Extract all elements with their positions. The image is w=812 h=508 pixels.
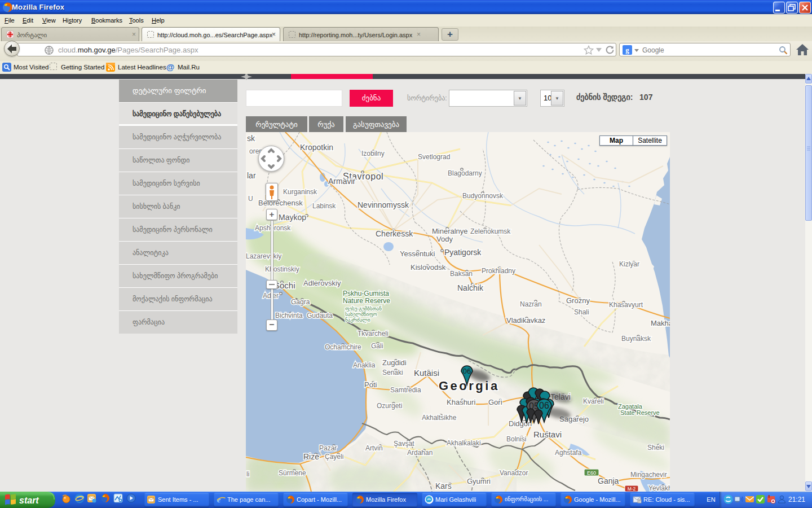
svg-text:Makha: Makha: [651, 319, 670, 327]
svg-text:Labinsk: Labinsk: [312, 202, 336, 210]
svg-text:Cherkessk: Cherkessk: [376, 229, 413, 238]
svg-text:Blagodarny: Blagodarny: [448, 169, 482, 177]
svg-text:Anaklia: Anaklia: [353, 361, 376, 369]
svg-text:06: 06: [539, 401, 549, 410]
svg-text:Nazran: Nazran: [520, 300, 542, 308]
svg-text:Grozny: Grozny: [566, 296, 590, 305]
svg-text:Bolnisi: Bolnisi: [506, 435, 526, 443]
svg-text:E60: E60: [587, 470, 596, 476]
svg-text:Shali: Shali: [574, 308, 589, 316]
svg-text:U: U: [248, 195, 253, 203]
svg-text:Adlerovskiy: Adlerovskiy: [303, 279, 341, 287]
svg-text:Svetlograd: Svetlograd: [418, 153, 450, 161]
svg-text:Khasavyurt: Khasavyurt: [609, 301, 643, 309]
svg-text:Armavir: Armavir: [328, 177, 356, 186]
svg-text:Mingachevir: Mingachevir: [630, 471, 667, 479]
svg-text:Vladikavkaz: Vladikavkaz: [506, 316, 545, 325]
svg-text:Aghstafa: Aghstafa: [555, 449, 582, 457]
svg-text:Kizlyar: Kizlyar: [619, 260, 639, 268]
svg-text:Mineralnye: Mineralnye: [432, 227, 468, 235]
svg-text:Sheki: Sheki: [647, 444, 664, 452]
svg-text:Belorechensk: Belorechensk: [258, 199, 303, 207]
svg-text:start: start: [19, 496, 39, 505]
svg-text:Pskhu-Gumista: Pskhu-Gumista: [343, 290, 389, 297]
svg-text:Kurganinsk: Kurganinsk: [283, 188, 317, 196]
svg-text:Zugdidi: Zugdidi: [382, 358, 407, 367]
svg-text:Ochamchire: Ochamchire: [325, 343, 361, 351]
svg-text:State Reserve: State Reserve: [620, 409, 660, 416]
svg-text:Vanadzor: Vanadzor: [500, 469, 528, 477]
svg-text:Ozurgeti: Ozurgeti: [377, 402, 402, 410]
svg-text:Didgori: Didgori: [509, 419, 532, 428]
svg-text:Kropotkin: Kropotkin: [300, 143, 333, 152]
svg-text:Poti: Poti: [364, 380, 377, 389]
svg-text:Tkvarcheli: Tkvarcheli: [358, 330, 389, 338]
svg-text:Gali: Gali: [371, 342, 383, 350]
svg-text:Nevinnomyssk: Nevinnomyssk: [358, 200, 409, 209]
svg-text:Khashuri: Khashuri: [447, 398, 475, 406]
svg-text:Nature Reserve: Nature Reserve: [343, 297, 390, 305]
svg-text:Artvin: Artvin: [365, 444, 383, 452]
svg-text:Buynaksk: Buynaksk: [621, 335, 651, 343]
svg-text:Zelenokumsk: Zelenokumsk: [470, 227, 511, 235]
svg-text:Kvareli: Kvareli: [583, 397, 604, 405]
svg-text:Vody: Vody: [436, 235, 453, 243]
svg-text:Baksan: Baksan: [450, 270, 473, 278]
svg-text:Gagra: Gagra: [291, 298, 310, 306]
svg-text:Çayeli: Çayeli: [325, 453, 343, 461]
svg-text:Ganja: Ganja: [598, 476, 619, 485]
svg-text:lar: lar: [247, 171, 256, 180]
svg-text:ნაკრძალი: ნაკრძალი: [345, 317, 370, 323]
svg-text:Gyumri: Gyumri: [467, 477, 491, 485]
svg-text:g: g: [625, 46, 629, 54]
svg-text:Maykop: Maykop: [279, 213, 306, 222]
svg-text:Lazarevskiy: Lazarevskiy: [246, 252, 281, 260]
svg-text:Samtredia: Samtredia: [390, 386, 421, 394]
svg-text:Pyatigorsk: Pyatigorsk: [444, 248, 482, 257]
svg-text:Şavşat: Şavşat: [394, 440, 414, 448]
svg-text:Yevlakh: Yevlakh: [648, 484, 670, 492]
svg-text:Senaki: Senaki: [382, 369, 403, 376]
svg-text:Gori: Gori: [488, 398, 502, 406]
svg-text:M-2: M-2: [628, 486, 636, 492]
svg-text:Budyonnovsk: Budyonnovsk: [462, 192, 504, 200]
svg-text:Kislovodsk: Kislovodsk: [411, 263, 446, 271]
svg-text:ფესუ-გუმბსთან: ფესუ-გუმბსთან: [345, 306, 382, 312]
svg-text:Kars: Kars: [435, 481, 452, 491]
svg-text:li: li: [246, 470, 249, 478]
svg-text:Akhalkalaki: Akhalkalaki: [447, 439, 481, 447]
svg-text:Prokhladny: Prokhladny: [482, 267, 515, 275]
svg-text:Nalchik: Nalchik: [457, 283, 484, 292]
svg-text:Kutaisi: Kutaisi: [414, 368, 439, 378]
svg-text:@: @: [166, 63, 175, 72]
svg-text:Pazar: Pazar: [319, 444, 337, 452]
svg-text:Sürmene: Sürmene: [279, 469, 306, 477]
svg-text:Bichvinta: Bichvinta: [275, 312, 303, 319]
svg-text:sk: sk: [247, 134, 255, 143]
svg-text:Izobilny: Izobilny: [361, 150, 385, 157]
svg-text:Rize: Rize: [303, 452, 319, 461]
svg-text:Akhaltsikhe: Akhaltsikhe: [422, 414, 457, 422]
svg-text:Rustavi: Rustavi: [533, 430, 562, 439]
svg-text:სახელმწიფო: სახელმწიფო: [345, 312, 377, 317]
svg-text:Ardahan: Ardahan: [407, 449, 433, 457]
svg-text:06: 06: [463, 367, 471, 375]
svg-text:Yessentuki: Yessentuki: [400, 249, 435, 258]
svg-text:Georgia: Georgia: [439, 379, 500, 393]
svg-text:Gudauta: Gudauta: [307, 312, 333, 319]
